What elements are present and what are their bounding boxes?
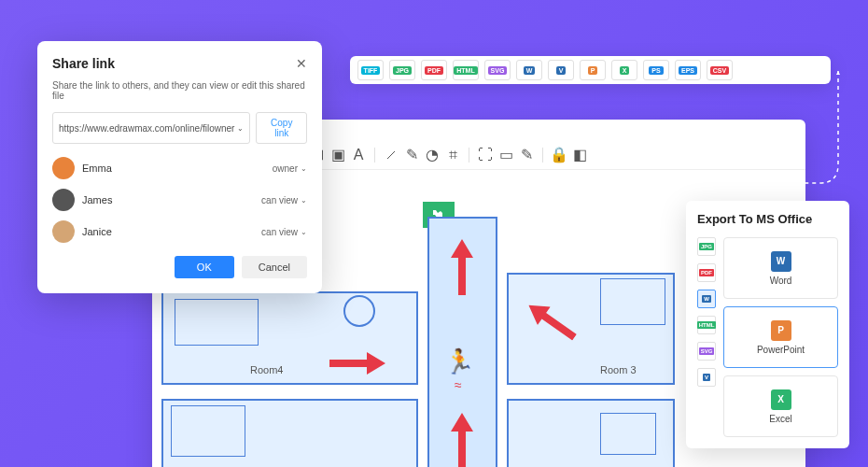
export-format-w[interactable]: W xyxy=(697,290,716,308)
chevron-down-icon: ⌄ xyxy=(301,164,307,173)
share-url-input[interactable]: https://www.edrawmax.com/online/fil owne… xyxy=(52,112,250,144)
ok-button[interactable]: OK xyxy=(175,256,234,278)
arrow-icon xyxy=(451,413,473,467)
export-panel: Export To MS Office JPGPDFWHTMLSVGV WWor… xyxy=(686,201,849,448)
paint-icon[interactable]: ◔ xyxy=(424,147,441,163)
highlight-icon[interactable]: ✎ xyxy=(403,147,420,163)
cancel-button[interactable]: Cancel xyxy=(242,256,307,278)
user-row: Emmaowner ⌄ xyxy=(52,157,307,179)
export-card-excel[interactable]: XExcel xyxy=(723,375,838,437)
export-card-label: Excel xyxy=(769,414,791,424)
arrow-icon xyxy=(451,239,473,295)
file-format-v[interactable]: V xyxy=(548,60,574,80)
expand-icon[interactable]: ⛶ xyxy=(477,147,494,163)
user-role-select[interactable]: owner ⌄ xyxy=(273,163,307,174)
share-url-role[interactable]: owner ⌄ xyxy=(209,123,244,134)
share-url-value: https://www.edrawmax.com/online/fil xyxy=(59,123,209,134)
share-description: Share the link to others, and they can v… xyxy=(52,80,307,101)
share-dialog: Share link ✕ Share the link to others, a… xyxy=(37,41,322,293)
file-format-svg[interactable]: SVG xyxy=(484,60,511,80)
chevron-down-icon: ⌄ xyxy=(301,196,307,205)
font-color-icon[interactable]: A xyxy=(350,147,367,163)
export-format-html[interactable]: HTML xyxy=(697,316,716,334)
export-card-label: PowerPoint xyxy=(757,345,805,355)
user-name: James xyxy=(82,194,112,205)
export-card-label: Word xyxy=(770,276,792,286)
minimize-icon[interactable]: ▭ xyxy=(497,147,514,163)
powerpoint-icon: P xyxy=(771,320,791,341)
user-role-select[interactable]: can view ⌄ xyxy=(261,227,307,237)
close-icon[interactable]: ✕ xyxy=(296,56,307,71)
word-icon: W xyxy=(771,251,791,272)
file-format-html[interactable]: HTML xyxy=(453,60,479,80)
furniture xyxy=(600,413,656,455)
file-format-eps[interactable]: EPS xyxy=(675,60,701,80)
user-name: Emma xyxy=(82,163,112,174)
file-format-ps[interactable]: PS xyxy=(643,60,669,80)
file-format-pdf[interactable]: PDF xyxy=(421,60,447,80)
separator xyxy=(374,148,375,163)
crop-icon[interactable]: ⌗ xyxy=(444,147,461,163)
file-format-strip: TIFFJPGPDFHTMLSVGWVPXPSEPSCSV xyxy=(350,56,831,84)
separator xyxy=(542,148,543,163)
chevron-down-icon: ⌄ xyxy=(301,228,307,236)
excel-icon: X xyxy=(771,389,791,410)
file-format-w[interactable]: W xyxy=(516,60,542,80)
running-person-icon: 🏃 xyxy=(444,347,474,376)
line-connector-icon[interactable]: ⟋ xyxy=(383,147,399,163)
avatar xyxy=(52,189,75,211)
bed xyxy=(600,278,665,325)
table xyxy=(343,295,375,327)
file-format-x[interactable]: X xyxy=(611,60,637,80)
avatar xyxy=(52,157,75,179)
user-role-select[interactable]: can view ⌄ xyxy=(261,195,307,205)
fill-icon[interactable]: ▣ xyxy=(329,147,346,163)
bed xyxy=(171,405,245,457)
file-format-jpg[interactable]: JPG xyxy=(389,60,415,80)
lock-icon[interactable]: 🔒 xyxy=(551,147,567,163)
layer-icon[interactable]: ◧ xyxy=(571,147,588,163)
chevron-down-icon: ⌄ xyxy=(237,124,244,133)
fire-icon: ≈ xyxy=(455,377,462,392)
user-row: Jamescan view ⌄ xyxy=(52,189,307,211)
file-format-tiff[interactable]: TIFF xyxy=(357,60,384,80)
file-format-csv[interactable]: CSV xyxy=(707,60,733,80)
export-format-svg[interactable]: SVG xyxy=(697,342,716,361)
furniture xyxy=(175,299,259,346)
file-format-p[interactable]: P xyxy=(580,60,606,80)
room-4-label: Room4 xyxy=(250,364,283,375)
share-title: Share link xyxy=(52,56,115,71)
user-name: Janice xyxy=(82,226,112,237)
copy-link-button[interactable]: Copy link xyxy=(256,112,307,144)
user-row: Janicecan view ⌄ xyxy=(52,220,307,243)
pen-icon[interactable]: ✎ xyxy=(518,147,535,163)
export-format-v[interactable]: V xyxy=(697,368,716,387)
avatar xyxy=(52,220,75,243)
arrow-icon xyxy=(329,352,385,375)
export-card-powerpoint[interactable]: PPowerPoint xyxy=(723,306,838,368)
separator xyxy=(469,148,469,163)
export-format-pdf[interactable]: PDF xyxy=(697,263,716,282)
export-format-jpg[interactable]: JPG xyxy=(697,237,716,256)
room-3-label: Room 3 xyxy=(600,364,637,375)
export-title: Export To MS Office xyxy=(697,212,838,226)
export-card-word[interactable]: WWord xyxy=(723,237,838,299)
